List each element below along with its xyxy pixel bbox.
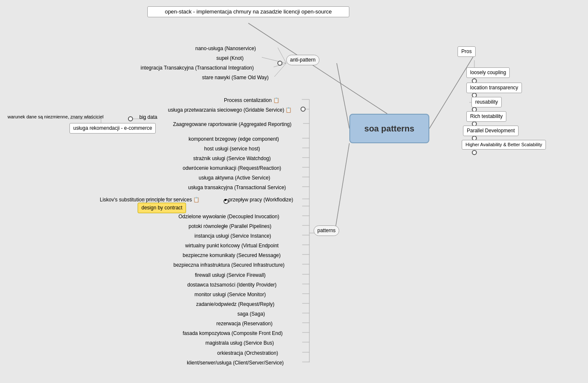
pros-label: Pros [461, 48, 472, 54]
svg-point-50 [278, 61, 282, 65]
pi-7: odwrócenie komunikacji (Request/Reaction… [181, 164, 283, 173]
pi-15: instancja usługi (Service Instance) [193, 232, 273, 241]
big-data: big data [138, 113, 159, 122]
pi-16: wirtualny punkt końcowy (Virtual Endpoin… [184, 241, 280, 250]
ap-item-3: integracja Transakcyjna (Transactional I… [139, 64, 255, 72]
pi-3: Zaagregowane raportowanie (Aggregated Re… [171, 120, 293, 129]
svg-point-49 [472, 150, 476, 155]
antipattern-node: anti-pattern [286, 55, 319, 65]
pi-17: bezpieczne komunikaty (Secured Message) [181, 251, 282, 260]
pros-item-4: Rich testability [466, 111, 506, 122]
svg-point-52 [301, 107, 305, 111]
ap-item-2: supeł (Knot) [215, 54, 245, 63]
pi-11: design by contract [138, 203, 186, 213]
pros-item-1: loosely coupling [466, 67, 510, 78]
pros-item-5: Parallel Development [463, 126, 519, 136]
svg-line-0 [337, 63, 349, 129]
pi-21: monitor usługi (Service Monitor) [193, 290, 267, 299]
openstack-label: open-stack - implementacja chmury na zas… [165, 8, 332, 15]
pros-item-2: location transparency [466, 83, 522, 93]
pi-26: magistrala usług (Service Bus) [204, 339, 276, 348]
pi-19: firewall usługi (Service Firewall) [193, 271, 267, 280]
patterns-label: patterns [317, 228, 335, 233]
svg-line-1 [335, 143, 349, 233]
pi-13: Odzielone wywołanie (Decoupled Invocatio… [177, 212, 281, 221]
pros-node: Pros [458, 46, 476, 57]
center-label: soa patterns [365, 123, 415, 134]
pi-20: dostawca tożsamości (Identity Provider) [186, 281, 278, 289]
pi-24: rezerwacja (Reservation) [215, 319, 274, 328]
pi-18: bezpieczna infrastruktura (Secured Infra… [172, 261, 286, 270]
pi-22: zadanie/odpwiedz (Request/Reply) [194, 300, 276, 309]
pi-5: host usługi (service host) [202, 145, 262, 153]
svg-line-7 [274, 63, 286, 77]
patterns-node: patterns [314, 225, 339, 236]
usluga-rekomendacji: usługa rekomendacji - e-commerce [69, 123, 156, 134]
svg-line-6 [274, 63, 286, 67]
pi-8: usługa aktywna (Active Service) [197, 174, 272, 182]
center-node: soa patterns [349, 114, 429, 143]
antipattern-label: anti-pattern [290, 57, 316, 63]
pros-item-3: reusability [471, 97, 502, 107]
warunek: warunek dane są niezmienne, znany właści… [6, 113, 105, 121]
openstack-node: open-stack - implementacja chmury na zas… [147, 6, 349, 17]
pros-item-6: Higher Availability & Better Scalability [462, 140, 546, 150]
pi-2: usługa przetwarzania sieciowego (Gridabl… [166, 106, 293, 115]
pi-23: saga (Saga) [236, 310, 266, 319]
pi-27: orkiestracja (Orchestration) [216, 349, 280, 358]
pi-9: usługa transakcyjna (Transactional Servi… [186, 183, 287, 192]
pi-25: fasada kompozytowa (Composite Front End) [181, 329, 284, 338]
pi-28: klient/serwer/usługa (Client/Server/Serv… [185, 359, 285, 367]
svg-line-4 [278, 48, 286, 63]
pi-6: strażnik usługi (Service Watchdog) [192, 154, 272, 163]
pi-12: ● przepływ pracy (Workflodize) [222, 196, 295, 204]
ap-item-1: nano-usługa (Nanoservice) [194, 44, 258, 53]
pi-1: Process centalization 📋 [222, 96, 281, 105]
svg-line-5 [262, 57, 286, 63]
ap-item-4: stare nawyki (Same Old Way) [200, 73, 270, 82]
pi-4: komponent brzegowy (edge component) [187, 135, 281, 144]
svg-point-58 [128, 117, 133, 121]
pi-14: potoki równoległe (Parallel Pipelines) [187, 222, 273, 231]
